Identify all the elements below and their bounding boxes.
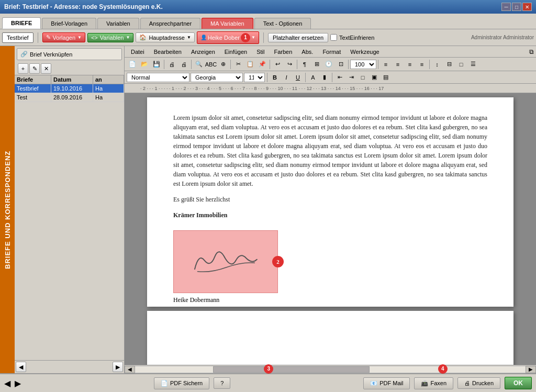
pdf-mail-button[interactable]: 📧 PDF Mail: [363, 377, 410, 389]
hauptadresse-dropdown[interactable]: 🏠 Hauptadresse ▼: [136, 32, 194, 42]
ok-button[interactable]: OK: [505, 377, 532, 389]
insert-icon[interactable]: ⊡: [335, 59, 347, 70]
scroll-thumb[interactable]: [213, 366, 369, 373]
underline-button[interactable]: U: [293, 73, 303, 82]
tab-briefe[interactable]: BRIEFE: [2, 17, 41, 29]
list-item[interactable]: Test 28.09.2016 Ha: [15, 93, 124, 102]
tab-text-optionen[interactable]: Text - Optionen: [254, 18, 311, 29]
firma-paragraph: Krämer Immobilien: [173, 210, 487, 220]
menu-bar: Datei Bearbeiten Anzeigen Einfügen Stil …: [125, 46, 536, 58]
columns-icon[interactable]: ⊟: [443, 59, 455, 70]
clock-icon[interactable]: 🕐: [323, 59, 334, 70]
paste-icon[interactable]: 📌: [256, 59, 268, 70]
maximize-button[interactable]: □: [512, 3, 521, 11]
align-center-icon[interactable]: ≡: [392, 59, 404, 70]
document-page[interactable]: Lorem ipsum dolor sit amet, consetetur s…: [147, 97, 513, 307]
magnify-icon[interactable]: ⊕: [217, 59, 229, 70]
font-select[interactable]: Georgia: [191, 73, 243, 82]
text-einfrieren-checkbox[interactable]: [330, 34, 337, 41]
add-button[interactable]: +: [18, 63, 28, 74]
menu-format[interactable]: Format: [318, 48, 345, 56]
scroll-track[interactable]: 3 4: [135, 366, 526, 373]
brief-verknupfen-button[interactable]: 🔗 Brief Verknüpfen: [17, 48, 122, 60]
menu-bearbeiten[interactable]: Bearbeiten: [150, 48, 186, 56]
text-color-icon[interactable]: A: [308, 73, 318, 82]
menu-werkzeuge[interactable]: Werkzeuge: [346, 48, 383, 56]
menu-datei[interactable]: Datei: [127, 48, 149, 56]
edit-button[interactable]: ✎: [29, 63, 40, 74]
frame-icon[interactable]: ▣: [369, 73, 379, 82]
style-select[interactable]: Normal: [127, 73, 189, 82]
zoom-select[interactable]: 100: [350, 60, 376, 69]
admin-info: Administrator Administrator: [471, 35, 534, 40]
menu-einfuegen[interactable]: Einfügen: [220, 48, 251, 56]
close-button[interactable]: ✕: [522, 3, 532, 11]
window-controls[interactable]: ─ □ ✕: [501, 3, 532, 11]
scroll-left-button[interactable]: ◀: [16, 362, 26, 372]
pdf-sichern-button[interactable]: 📄 PDF Sichern: [154, 377, 209, 389]
tab-ma-variablen[interactable]: MA Variablen: [202, 18, 253, 29]
user-dropdown[interactable]: 👤 Heike Dober 1 ▼: [197, 31, 259, 44]
scroll-left-btn[interactable]: ◀: [125, 366, 135, 373]
document-scroll[interactable]: Lorem ipsum dolor sit amet, consetetur s…: [125, 93, 536, 365]
menu-farben[interactable]: Farben: [270, 48, 297, 56]
menu-anzeigen[interactable]: Anzeigen: [187, 48, 219, 56]
faxen-button[interactable]: 📠 Faxen: [414, 377, 453, 389]
tab-ansprechpartner[interactable]: Ansprechpartner: [140, 18, 200, 29]
border-icon[interactable]: □: [455, 59, 467, 70]
font-size-select[interactable]: 11: [244, 73, 265, 82]
style-sep-1: [267, 73, 267, 82]
cut-icon[interactable]: ✂: [232, 59, 244, 70]
horizontal-scrollbar[interactable]: ◀ 3 4 ▶: [125, 365, 536, 373]
italic-button[interactable]: I: [281, 73, 292, 82]
align-left-icon[interactable]: ≡: [380, 59, 392, 70]
scroll-right-btn[interactable]: ▶: [526, 366, 536, 373]
print-preview-icon[interactable]: 🖨: [166, 59, 177, 70]
delete-button[interactable]: ✕: [41, 63, 51, 74]
line-spacing-icon[interactable]: ↕: [431, 59, 443, 70]
print-icon[interactable]: 🖨: [178, 59, 189, 70]
document-body: Lorem ipsum dolor sit amet, consetetur s…: [173, 113, 487, 220]
save-icon[interactable]: 💾: [151, 59, 162, 70]
box-icon[interactable]: □: [358, 73, 368, 82]
table-icon[interactable]: ⊞: [311, 59, 322, 70]
bold-button[interactable]: B: [270, 73, 280, 82]
variablen-arrow-icon: ▼: [126, 35, 130, 40]
find-icon[interactable]: 🔍: [193, 59, 205, 70]
open-icon[interactable]: 📂: [139, 59, 150, 70]
fmt-sep-4: [270, 60, 270, 69]
vorlagen-dropdown[interactable]: ✎ Vorlagen ▼: [42, 32, 85, 42]
menu-abs[interactable]: Abs.: [297, 48, 317, 56]
indent-more-icon[interactable]: ⇥: [346, 73, 356, 82]
shading-icon[interactable]: ▤: [381, 73, 391, 82]
bottom-nav-right-icon[interactable]: ▶: [15, 378, 21, 388]
bottom-nav-left-icon[interactable]: ◀: [4, 378, 10, 388]
undo-icon[interactable]: ↩: [272, 59, 283, 70]
menu-stil[interactable]: Stil: [252, 48, 269, 56]
list-item[interactable]: Testbrief 19.10.2016 Ha: [15, 84, 124, 93]
list-icon[interactable]: ☰: [467, 59, 479, 70]
align-right-icon[interactable]: ≡: [404, 59, 416, 70]
align-justify-icon[interactable]: ≡: [416, 59, 428, 70]
help-button[interactable]: ?: [214, 377, 230, 389]
sub-tab-testbrief[interactable]: Testbrief: [2, 32, 34, 43]
platzhalter-button[interactable]: Platzhalter ersetzen: [268, 33, 328, 42]
tab-variablen[interactable]: Variablen: [97, 18, 139, 29]
paragraph-icon[interactable]: ¶: [299, 59, 310, 70]
minimize-button[interactable]: ─: [501, 3, 511, 11]
signature-name: Heike Dobermann: [173, 295, 487, 305]
indent-less-icon[interactable]: ⇤: [334, 73, 345, 82]
drucken-button[interactable]: 🖨 Drucken: [457, 377, 500, 389]
tab-brief-vorlagen[interactable]: Brief-Vorlagen: [42, 18, 96, 29]
body-paragraph: Lorem ipsum dolor sit amet, consetetur s…: [173, 113, 487, 188]
new-doc-icon[interactable]: 📄: [127, 59, 138, 70]
editor-minimize-icon[interactable]: ⧉: [529, 48, 534, 55]
scroll-right-button[interactable]: ▶: [113, 362, 123, 372]
highlight-icon[interactable]: ▮: [319, 73, 330, 82]
document-page-2: [147, 311, 513, 365]
text-einfrieren-label[interactable]: TextEinfrieren: [330, 34, 374, 41]
variablen-dropdown[interactable]: <> Variablen ▼: [87, 33, 133, 42]
spellcheck-icon[interactable]: ABC: [205, 59, 217, 70]
redo-icon[interactable]: ↪: [284, 59, 295, 70]
copy-icon[interactable]: 📋: [244, 59, 256, 70]
